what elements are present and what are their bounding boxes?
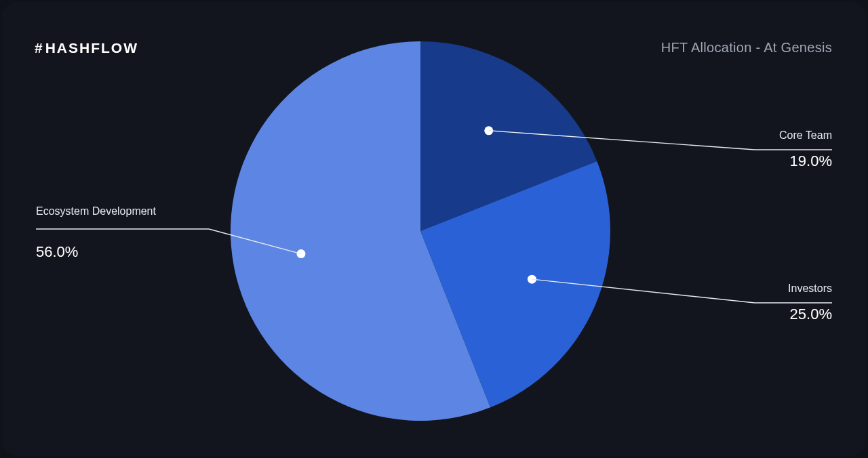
- slice-value-ecosystem: 56.0%: [36, 243, 78, 261]
- slice-label-ecosystem: Ecosystem Development: [36, 205, 156, 217]
- slice-label-core-team: Core Team: [779, 129, 832, 142]
- slice-value-core-team: 19.0%: [790, 152, 832, 170]
- pie-chart: [2, 2, 866, 456]
- slice-label-investors: Investors: [788, 283, 832, 295]
- chart-card: #HASHFLOW HFT Allocation - At Genesis Co…: [2, 2, 866, 456]
- slice-value-investors: 25.0%: [790, 306, 832, 323]
